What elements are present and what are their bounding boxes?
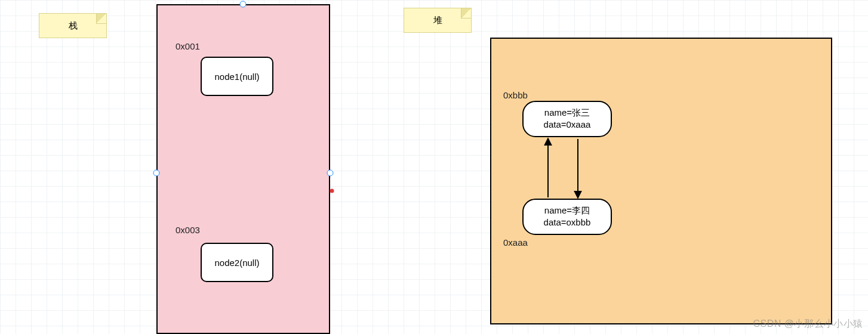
stack-node-2[interactable]: node2(null) <box>201 243 273 282</box>
heap-addr-top: 0xbbb <box>503 90 528 100</box>
watermark: CSDN @小那么小小小猿 <box>753 318 863 330</box>
sticky-heap-label: 堆 <box>433 15 442 26</box>
stack-addr-1: 0x001 <box>176 41 200 51</box>
resize-handle-icon[interactable] <box>240 1 247 8</box>
sticky-stack-label: 栈 <box>69 20 78 32</box>
resize-handle-icon[interactable] <box>153 170 160 177</box>
sticky-heap: 堆 <box>404 8 472 33</box>
heap-obj-bot-line1: name=李四 <box>526 205 608 217</box>
sticky-stack: 栈 <box>39 13 107 38</box>
heap-addr-bottom: 0xaaa <box>503 237 528 248</box>
resize-handle-icon[interactable] <box>327 170 334 177</box>
stack-node-1[interactable]: node1(null) <box>201 57 273 96</box>
stack-node-2-text: node2(null) <box>214 258 259 268</box>
heap-obj-bot-line2: data=oxbbb <box>526 217 608 228</box>
stack-panel[interactable]: 0x001 node1(null) 0x003 node2(null) <box>156 4 330 334</box>
heap-obj-top-line1: name=张三 <box>526 107 608 119</box>
stack-addr-2: 0x003 <box>176 225 200 235</box>
heap-object-top[interactable]: name=张三 data=0xaaa <box>522 101 612 137</box>
stack-node-1-text: node1(null) <box>214 72 259 82</box>
heap-obj-top-line2: data=0xaaa <box>526 119 608 131</box>
connection-point-icon[interactable] <box>330 189 334 193</box>
heap-object-bottom[interactable]: name=李四 data=oxbbb <box>522 199 612 235</box>
heap-panel[interactable]: 0xbbb name=张三 data=0xaaa name=李四 data=ox… <box>490 38 832 324</box>
arrows-icon <box>491 39 833 326</box>
